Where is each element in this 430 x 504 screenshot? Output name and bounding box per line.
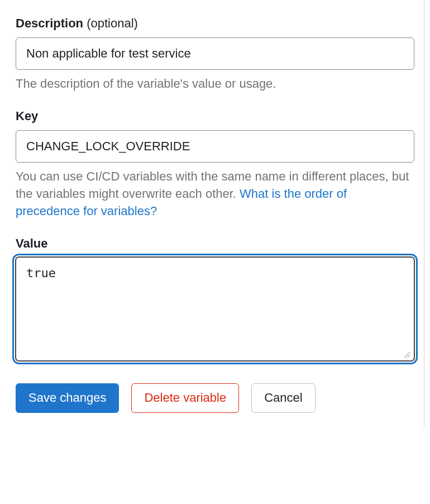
key-help-prefix: You can use CI/CD variables with the sam… <box>16 169 409 201</box>
key-input[interactable] <box>16 130 414 163</box>
description-field-group: Description (optional) The description o… <box>16 16 414 93</box>
description-input[interactable] <box>16 37 414 70</box>
value-textarea[interactable] <box>16 257 414 361</box>
value-label-row: Value <box>16 236 414 252</box>
key-help-text: You can use CI/CD variables with the sam… <box>16 168 414 220</box>
description-label-row: Description (optional) <box>16 16 414 32</box>
value-field-group: Value <box>16 236 414 364</box>
description-help-text: The description of the variable's value … <box>16 75 414 93</box>
key-label-row: Key <box>16 108 414 125</box>
key-field-group: Key You can use CI/CD variables with the… <box>16 108 414 220</box>
cancel-button[interactable]: Cancel <box>251 383 315 412</box>
description-optional-suffix: (optional) <box>83 16 138 30</box>
save-button[interactable]: Save changes <box>16 383 119 412</box>
delete-button[interactable]: Delete variable <box>131 383 239 412</box>
action-button-row: Save changes Delete variable Cancel <box>16 383 414 412</box>
key-label: Key <box>16 109 38 123</box>
value-label: Value <box>16 236 47 250</box>
description-label: Description <box>16 16 83 30</box>
panel-right-border <box>424 0 424 429</box>
